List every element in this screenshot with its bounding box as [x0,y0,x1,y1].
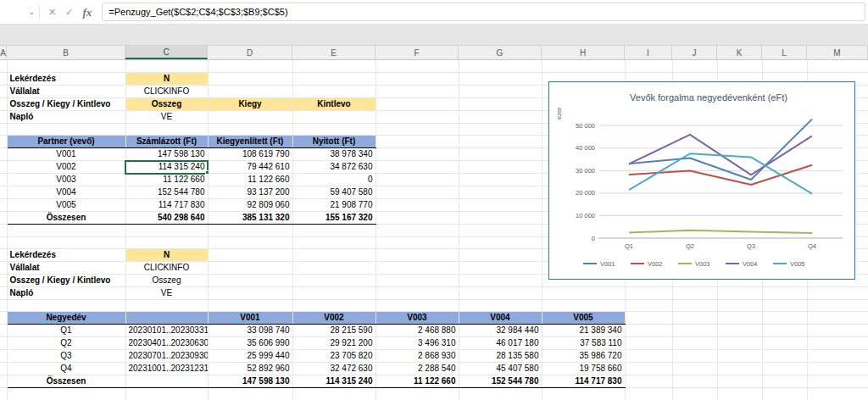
cell-B16[interactable]: Lekérdezés [7,248,125,261]
cell-G6[interactable] [459,123,542,135]
cell-F21[interactable]: V003 [376,312,459,325]
cell-G3[interactable] [459,85,542,97]
column-header-G[interactable]: G [459,46,542,59]
cell-E4[interactable]: Kintlevo [292,97,376,110]
cell-B15[interactable] [7,236,125,248]
cell-K22[interactable] [717,325,762,337]
cell-F16[interactable] [376,248,459,261]
cell-E2[interactable] [292,72,376,85]
cell-D24[interactable]: 25 999 440 [208,350,292,363]
cell-C24[interactable]: 20230701..20230930 [125,350,208,363]
column-header-C[interactable]: C [125,46,208,59]
cell-M26[interactable] [807,375,868,388]
cell-A19[interactable] [0,286,7,299]
column-header-A[interactable]: A [0,46,7,59]
cell-D5[interactable] [208,110,292,123]
cell-B12[interactable]: V005 [7,199,125,212]
cell-B17[interactable]: Vállalat [7,261,125,274]
cell-F6[interactable] [376,123,459,135]
cell-J19[interactable] [672,286,717,299]
cell-K25[interactable] [717,363,762,375]
cell-B19[interactable]: Napló [7,286,125,299]
cell-D21[interactable]: V001 [208,312,292,325]
cell-E23[interactable]: 29 921 200 [292,337,376,350]
cell-C16[interactable]: N [125,248,208,261]
cell-C3[interactable]: CLICKINFO [125,85,208,97]
cell-D6[interactable] [208,123,292,135]
cell-A24[interactable] [0,350,7,363]
cell-G18[interactable] [459,274,542,286]
column-header-J[interactable]: J [672,46,717,59]
cell-E18[interactable] [292,274,376,286]
cell-D13[interactable]: 385 131 320 [208,212,292,225]
cell-D15[interactable] [208,236,292,248]
cell-K24[interactable] [717,350,762,363]
cell-D11[interactable]: 93 137 200 [208,186,292,199]
cell-F24[interactable]: 2 868 930 [376,350,459,363]
cell-I24[interactable] [625,350,672,363]
cell-I25[interactable] [625,363,672,375]
cell-D10[interactable]: 11 122 660 [208,174,292,186]
cell-K23[interactable] [717,337,762,350]
cell-G8[interactable] [459,148,542,161]
cell-F17[interactable] [376,261,459,274]
column-header-D[interactable]: D [208,46,292,59]
cell-F26[interactable]: 11 122 660 [376,375,459,388]
cell-C11[interactable]: 152 544 780 [125,186,208,199]
cell-C5[interactable]: VE [125,110,208,123]
cell-A16[interactable] [0,248,7,261]
cell-F4[interactable] [376,97,459,110]
cell-G4[interactable] [459,97,542,110]
cell-C14[interactable] [125,225,208,236]
cell-H27[interactable] [542,388,625,400]
cell-C6[interactable] [125,123,208,135]
cell-B14[interactable] [7,225,125,236]
column-header-F[interactable]: F [376,46,459,59]
cell-K27[interactable] [717,388,762,400]
cell-E8[interactable]: 38 978 340 [292,148,376,161]
cell-G22[interactable]: 32 984 440 [459,325,542,337]
cell-E12[interactable]: 21 908 770 [292,199,376,212]
cell-I1[interactable] [625,60,672,72]
cell-G21[interactable]: V004 [459,312,542,325]
enter-icon[interactable]: ✓ [65,8,73,17]
cell-G9[interactable] [459,161,542,174]
cell-G12[interactable] [459,199,542,212]
cell-J26[interactable] [672,375,717,388]
cell-C25[interactable]: 20231001..20231231 [125,363,208,375]
cell-A26[interactable] [0,375,7,388]
cell-G15[interactable] [459,236,542,248]
cell-G19[interactable] [459,286,542,299]
cell-G17[interactable] [459,261,542,274]
cell-I21[interactable] [625,312,672,325]
cell-D23[interactable]: 35 606 990 [208,337,292,350]
cell-I20[interactable] [625,299,672,311]
cell-B3[interactable]: Vállalat [7,85,125,97]
cell-E26[interactable]: 114 315 240 [292,375,376,388]
cell-L1[interactable] [762,60,807,72]
cell-A4[interactable] [0,97,7,110]
cell-A21[interactable] [0,312,7,325]
column-header-E[interactable]: E [292,46,376,59]
cell-B13[interactable]: Összesen [7,212,125,225]
cell-I23[interactable] [625,337,672,350]
cell-C27[interactable] [125,388,208,400]
cell-G26[interactable]: 152 544 780 [459,375,542,388]
cell-A1[interactable] [0,60,7,72]
cell-B10[interactable]: V003 [7,174,125,186]
cell-G2[interactable] [459,72,542,85]
cell-B25[interactable]: Q4 [7,363,125,375]
cell-C2[interactable]: N [125,72,208,85]
cell-A20[interactable] [0,299,7,311]
cell-D4[interactable]: Kiegy [208,97,292,110]
cell-D16[interactable] [208,248,292,261]
cell-J23[interactable] [672,337,717,350]
cell-I27[interactable] [625,388,672,400]
cell-A8[interactable] [0,148,7,161]
cell-F1[interactable] [376,60,459,72]
cell-D18[interactable] [208,274,292,286]
cell-E1[interactable] [292,60,376,72]
cell-F2[interactable] [376,72,459,85]
cell-E15[interactable] [292,236,376,248]
cell-G20[interactable] [459,299,542,311]
